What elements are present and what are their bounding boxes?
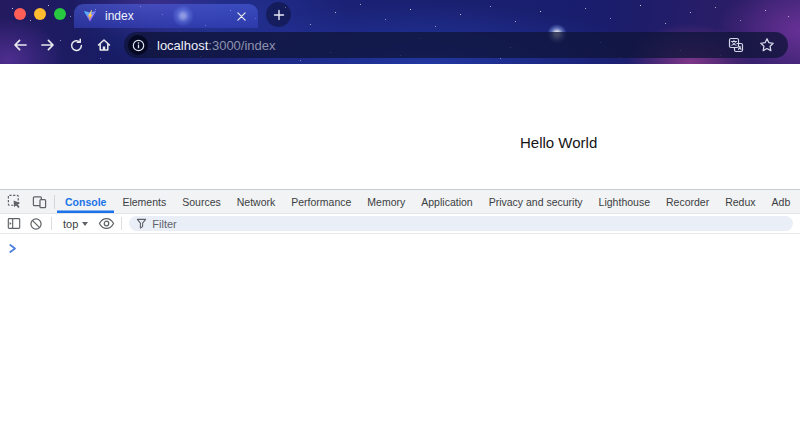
- devtools-tab-network[interactable]: Network: [229, 190, 284, 213]
- devtools-tab-application[interactable]: Application: [413, 190, 480, 213]
- new-tab-button[interactable]: [266, 2, 291, 27]
- site-info-icon[interactable]: [128, 35, 148, 55]
- chevron-down-icon: [82, 222, 88, 226]
- devtools-tab-performance[interactable]: Performance: [283, 190, 359, 213]
- minimize-window-button[interactable]: [34, 8, 46, 20]
- devtools-tab-console[interactable]: Console: [57, 190, 114, 213]
- page-heading: Hello World: [520, 134, 597, 151]
- clear-console-icon[interactable]: [25, 215, 47, 233]
- javascript-context-selector[interactable]: top: [56, 218, 95, 230]
- bookmark-star-icon[interactable]: [758, 36, 776, 54]
- divider: [51, 217, 52, 230]
- devtools-tabs: Console Elements Sources Network Perform…: [57, 190, 798, 213]
- translate-icon[interactable]: [727, 36, 745, 54]
- reload-icon[interactable]: [62, 31, 90, 59]
- devtools-tab-lighthouse[interactable]: Lighthouse: [591, 190, 658, 213]
- home-icon[interactable]: [90, 31, 118, 59]
- devtools-tab-sources[interactable]: Sources: [174, 190, 229, 213]
- url-path: :3000/index: [208, 38, 275, 53]
- devtools-tab-redux[interactable]: Redux: [717, 190, 763, 213]
- context-label: top: [63, 218, 78, 230]
- tab-strip: index: [0, 0, 800, 28]
- window-controls: [14, 8, 66, 20]
- browser-tab[interactable]: index: [74, 4, 258, 28]
- devtools-tab-adblock[interactable]: Adb: [764, 190, 799, 213]
- console-prompt-icon: [9, 239, 17, 257]
- devtools-tabbar: Console Elements Sources Network Perform…: [0, 190, 800, 214]
- back-icon[interactable]: [6, 31, 34, 59]
- browser-window: index: [0, 0, 800, 421]
- divider: [121, 217, 122, 230]
- console-sidebar-icon[interactable]: [3, 215, 25, 233]
- tab-title: index: [105, 9, 233, 23]
- zoom-window-button[interactable]: [54, 8, 66, 20]
- toggle-device-toolbar-icon[interactable]: [27, 190, 52, 213]
- divider: [54, 195, 55, 209]
- devtools-tab-elements[interactable]: Elements: [114, 190, 174, 213]
- browser-toolbar: localhost:3000/index: [0, 28, 800, 64]
- console-output[interactable]: [0, 234, 800, 421]
- address-bar[interactable]: localhost:3000/index: [124, 32, 788, 58]
- page-viewport: Hello World: [0, 64, 800, 189]
- devtools-tab-recorder[interactable]: Recorder: [658, 190, 717, 213]
- filter-funnel-icon: [136, 218, 147, 229]
- inspect-element-icon[interactable]: [2, 190, 27, 213]
- filter-input[interactable]: [152, 218, 786, 230]
- devtools-tab-privacy-and-security[interactable]: Privacy and security: [481, 190, 591, 213]
- close-window-button[interactable]: [14, 8, 26, 20]
- devtools-panel: Console Elements Sources Network Perform…: [0, 189, 800, 421]
- live-expression-eye-icon[interactable]: [95, 215, 117, 233]
- console-toolbar: top: [0, 214, 800, 234]
- url-text: localhost:3000/index: [157, 38, 276, 53]
- browser-chrome: index: [0, 0, 800, 64]
- console-filter-field[interactable]: [129, 216, 793, 231]
- url-host: localhost: [157, 38, 208, 53]
- devtools-tab-memory[interactable]: Memory: [359, 190, 413, 213]
- close-tab-icon[interactable]: [233, 8, 249, 24]
- favicon-vite-icon: [83, 9, 97, 23]
- forward-icon[interactable]: [34, 31, 62, 59]
